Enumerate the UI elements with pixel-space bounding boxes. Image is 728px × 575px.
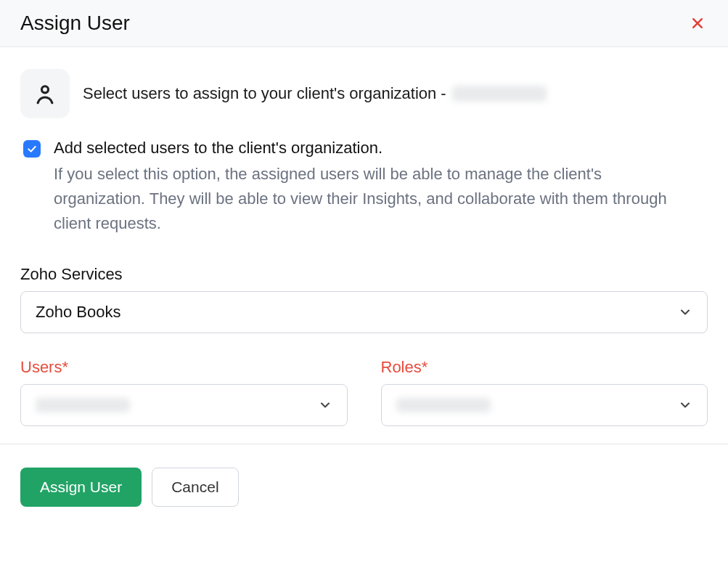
checkbox-label: Add selected users to the client's organ… [54,139,708,158]
chevron-down-icon [678,398,692,412]
modal-title: Assign User [20,12,130,35]
intro-text-label: Select users to assign to your client's … [83,84,446,103]
users-field: Users* [20,358,348,426]
roles-select[interactable] [381,384,708,426]
checkbox-help-text: If you select this option, the assigned … [54,162,685,236]
zoho-services-field: Zoho Services Zoho Books [20,265,708,333]
modal-footer: Assign User Cancel [0,444,728,530]
add-users-checkbox[interactable] [23,140,41,158]
checkbox-text: Add selected users to the client's organ… [54,139,708,236]
zoho-services-select[interactable]: Zoho Books [20,291,708,333]
zoho-services-label: Zoho Services [20,265,708,284]
person-icon [20,69,70,118]
add-users-checkbox-row: Add selected users to the client's organ… [20,139,708,236]
cancel-button[interactable]: Cancel [152,468,238,507]
roles-selected-redacted [396,398,491,412]
assign-user-modal: Assign User Select users to assign to yo… [0,0,728,530]
modal-header: Assign User [0,0,728,47]
assign-user-button[interactable]: Assign User [20,468,142,507]
zoho-services-selected: Zoho Books [36,303,120,322]
users-roles-row: Users* Roles* [20,358,708,426]
modal-body: Select users to assign to your client's … [0,47,728,444]
intro-text: Select users to assign to your client's … [83,84,547,103]
chevron-down-icon [678,305,692,319]
chevron-down-icon [318,398,332,412]
svg-point-0 [41,86,48,93]
close-icon[interactable] [687,13,708,33]
users-select[interactable] [20,384,348,426]
users-label: Users* [20,358,348,377]
client-org-name-redacted [452,86,547,102]
roles-label: Roles* [381,358,708,377]
intro-row: Select users to assign to your client's … [20,69,708,118]
roles-field: Roles* [381,358,708,426]
users-selected-redacted [36,398,130,412]
